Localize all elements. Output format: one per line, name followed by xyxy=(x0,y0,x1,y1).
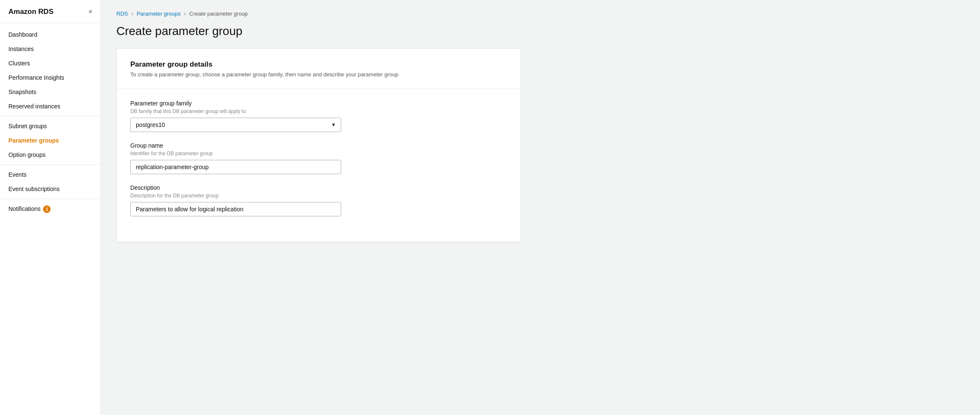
sidebar-item-option-groups[interactable]: Option groups xyxy=(0,148,101,162)
group-name-group: Group name Identifier for the DB paramet… xyxy=(130,142,507,174)
group-name-sublabel: Identifier for the DB parameter group xyxy=(130,151,507,156)
sidebar-divider xyxy=(0,116,101,116)
sidebar-close-button[interactable]: × xyxy=(89,8,92,16)
sidebar-divider xyxy=(0,199,101,199)
sidebar-item-dashboard[interactable]: Dashboard xyxy=(0,27,101,42)
group-name-input[interactable] xyxy=(130,160,341,174)
form-card: Parameter group details To create a para… xyxy=(116,48,521,242)
sidebar-header: Amazon RDS × xyxy=(0,0,101,23)
sidebar-item-notifications[interactable]: Notifications1 xyxy=(0,202,101,217)
sidebar-title: Amazon RDS xyxy=(8,8,54,16)
sidebar-item-clusters[interactable]: Clusters xyxy=(0,56,101,70)
section-desc: To create a parameter group, choose a pa… xyxy=(130,71,507,78)
breadcrumb-rds[interactable]: RDS xyxy=(116,11,128,17)
notification-badge: 1 xyxy=(43,205,51,213)
group-name-label: Group name xyxy=(130,142,507,149)
sidebar-item-subnet-groups[interactable]: Subnet groups xyxy=(0,119,101,133)
card-divider xyxy=(117,89,521,89)
description-input[interactable] xyxy=(130,202,341,216)
main-content: RDS › Parameter groups › Create paramete… xyxy=(101,0,980,415)
sidebar: Amazon RDS × DashboardInstancesClustersP… xyxy=(0,0,101,415)
section-title: Parameter group details xyxy=(130,60,507,69)
sidebar-item-performance-insights[interactable]: Performance Insights xyxy=(0,70,101,85)
family-group: Parameter group family DB family that th… xyxy=(130,100,507,132)
description-sublabel: Description for the DB parameter group xyxy=(130,193,507,199)
sidebar-item-event-subscriptions[interactable]: Event subscriptions xyxy=(0,182,101,196)
sidebar-item-parameter-groups[interactable]: Parameter groups xyxy=(0,133,101,148)
family-label: Parameter group family xyxy=(130,100,507,107)
sidebar-item-snapshots[interactable]: Snapshots xyxy=(0,85,101,99)
family-select-wrapper: postgres10postgres11postgres12postgres13… xyxy=(130,118,341,132)
page-title: Create parameter group xyxy=(116,24,965,38)
sidebar-item-instances[interactable]: Instances xyxy=(0,42,101,56)
sidebar-item-events[interactable]: Events xyxy=(0,167,101,182)
sidebar-divider xyxy=(0,164,101,165)
breadcrumb-parameter-groups[interactable]: Parameter groups xyxy=(137,11,180,17)
breadcrumb-sep-1: › xyxy=(131,10,133,17)
breadcrumb-sep-2: › xyxy=(184,10,186,17)
breadcrumb: RDS › Parameter groups › Create paramete… xyxy=(116,10,965,17)
family-select[interactable]: postgres10postgres11postgres12postgres13… xyxy=(130,118,341,132)
sidebar-nav: DashboardInstancesClustersPerformance In… xyxy=(0,23,101,221)
sidebar-item-reserved-instances[interactable]: Reserved instances xyxy=(0,99,101,113)
description-group: Description Description for the DB param… xyxy=(130,184,507,216)
breadcrumb-current: Create parameter group xyxy=(189,11,248,17)
description-label: Description xyxy=(130,184,507,191)
family-sublabel: DB family that this DB parameter group w… xyxy=(130,108,507,114)
